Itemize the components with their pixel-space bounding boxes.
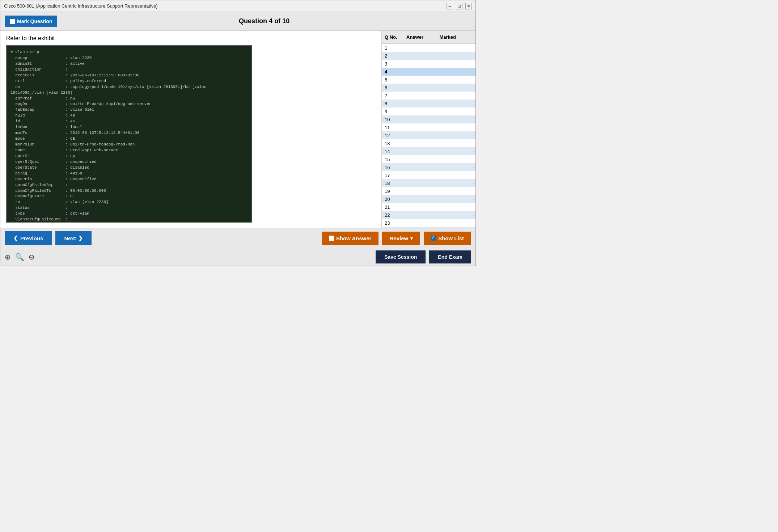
sidebar-row-num: 6 <box>385 85 406 90</box>
review-dropdown-icon: ▾ <box>410 236 413 241</box>
sidebar-row-num: 9 <box>385 109 406 114</box>
sidebar-row[interactable]: 3 <box>382 60 475 68</box>
sidebar-row-num: 4 <box>385 69 406 75</box>
sidebar-row-num: 5 <box>385 77 406 83</box>
sidebar: Q No. Answer Marked 12345678910111213141… <box>381 31 475 228</box>
sidebar-col-marked: Marked <box>440 34 473 40</box>
exhibit-image: # vlan.CktEp encap : vlan-2230 adminSt :… <box>6 45 252 223</box>
zoom-reset-button[interactable]: 🔍 <box>15 253 24 261</box>
sidebar-row-num: 12 <box>385 133 406 138</box>
mark-question-button[interactable]: Mark Question <box>5 16 57 27</box>
sidebar-row[interactable]: 22 <box>382 211 475 219</box>
main-area: Refer to the exhibit # vlan.CktEp encap … <box>0 31 475 228</box>
zoom-in-button[interactable]: ⊕ <box>5 253 11 261</box>
sidebar-row[interactable]: 17 <box>382 171 475 179</box>
show-list-icon <box>431 236 436 241</box>
show-list-button[interactable]: Show List <box>424 232 471 245</box>
main-window: Cisco 500-601 (Application Centric Infra… <box>0 0 476 266</box>
zoom-out-button[interactable]: ⊖ <box>29 253 35 261</box>
sidebar-row-num: 10 <box>385 117 406 122</box>
sidebar-row[interactable]: 23 <box>382 219 475 227</box>
window-title: Cisco 500-601 (Application Centric Infra… <box>4 3 158 9</box>
sidebar-row-num: 18 <box>385 181 406 186</box>
sidebar-row[interactable]: 16 <box>382 163 475 171</box>
sidebar-row[interactable]: 5 <box>382 76 475 84</box>
sidebar-col-answer: Answer <box>406 34 440 40</box>
minimize-button[interactable]: – <box>447 3 453 9</box>
sidebar-row-num: 19 <box>385 189 406 194</box>
sidebar-row[interactable]: 7 <box>382 92 475 100</box>
sidebar-row-num: 7 <box>385 93 406 98</box>
zoom-controls: ⊕ 🔍 ⊖ <box>5 253 35 261</box>
sidebar-row-num: 20 <box>385 197 406 202</box>
refer-text: Refer to the exhibit <box>6 35 376 42</box>
sidebar-row[interactable]: 1 <box>382 44 475 52</box>
end-exam-button[interactable]: End Exam <box>429 250 471 263</box>
sidebar-header: Q No. Answer Marked <box>382 31 475 44</box>
sidebar-row[interactable]: 10 <box>382 115 475 123</box>
sidebar-row[interactable]: 19 <box>382 187 475 195</box>
sidebar-scroll[interactable]: 1234567891011121314151617181920212223242… <box>382 44 475 228</box>
sidebar-row[interactable]: 15 <box>382 155 475 163</box>
maximize-button[interactable]: □ <box>456 3 462 9</box>
sidebar-row[interactable]: 6 <box>382 84 475 92</box>
sidebar-row-num: 11 <box>385 125 406 130</box>
mark-checkbox-icon <box>10 19 15 24</box>
sidebar-row[interactable]: 8 <box>382 100 475 107</box>
header: Mark Question Question 4 of 10 <box>0 12 475 31</box>
sidebar-row[interactable]: 18 <box>382 179 475 187</box>
sidebar-col-qno: Q No. <box>385 34 406 40</box>
title-bar: Cisco 500-601 (Application Centric Infra… <box>0 0 475 12</box>
sidebar-row[interactable]: 21 <box>382 203 475 211</box>
save-session-button[interactable]: Save Session <box>376 250 426 263</box>
previous-button[interactable]: Previous <box>5 231 52 245</box>
sidebar-row-num: 15 <box>385 157 406 162</box>
sidebar-row-num: 13 <box>385 141 406 146</box>
sidebar-row-num: 14 <box>385 149 406 154</box>
sidebar-row-num: 3 <box>385 61 406 67</box>
footer-right-buttons: Save Session End Exam <box>376 250 471 263</box>
sidebar-row-num: 1 <box>385 45 406 51</box>
sidebar-row-num: 22 <box>385 212 406 218</box>
exhibit-code: # vlan.CktEp encap : vlan-2230 adminSt :… <box>10 50 248 223</box>
sidebar-row[interactable]: 9 <box>382 107 475 115</box>
chevron-left-icon <box>13 235 18 241</box>
footer-nav: Previous Next Show Answer Review ▾ Show … <box>0 228 475 248</box>
sidebar-row[interactable]: 13 <box>382 139 475 147</box>
chevron-right-icon <box>78 235 83 241</box>
show-answer-icon <box>329 236 334 241</box>
sidebar-row-num: 17 <box>385 173 406 178</box>
show-answer-button[interactable]: Show Answer <box>322 232 379 245</box>
sidebar-row[interactable]: 14 <box>382 147 475 155</box>
footer-bottom: ⊕ 🔍 ⊖ Save Session End Exam <box>0 248 475 266</box>
content-area: Refer to the exhibit # vlan.CktEp encap … <box>0 31 381 228</box>
sidebar-row-num: 23 <box>385 220 406 226</box>
sidebar-row[interactable]: 12 <box>382 131 475 139</box>
close-button[interactable]: ✕ <box>465 3 472 9</box>
sidebar-row[interactable]: 20 <box>382 195 475 203</box>
sidebar-row-num: 21 <box>385 204 406 210</box>
sidebar-row-num: 16 <box>385 165 406 170</box>
sidebar-row[interactable]: 4 <box>382 68 475 76</box>
sidebar-row-num: 8 <box>385 101 406 106</box>
title-bar-controls: – □ ✕ <box>447 3 472 9</box>
next-button[interactable]: Next <box>55 231 92 245</box>
question-title: Question 4 of 10 <box>57 17 471 25</box>
sidebar-row[interactable]: 2 <box>382 52 475 60</box>
review-button[interactable]: Review ▾ <box>382 232 420 245</box>
question-text: Which two statements about this managed … <box>6 228 376 228</box>
sidebar-row-num: 2 <box>385 53 406 59</box>
sidebar-row[interactable]: 11 <box>382 123 475 131</box>
